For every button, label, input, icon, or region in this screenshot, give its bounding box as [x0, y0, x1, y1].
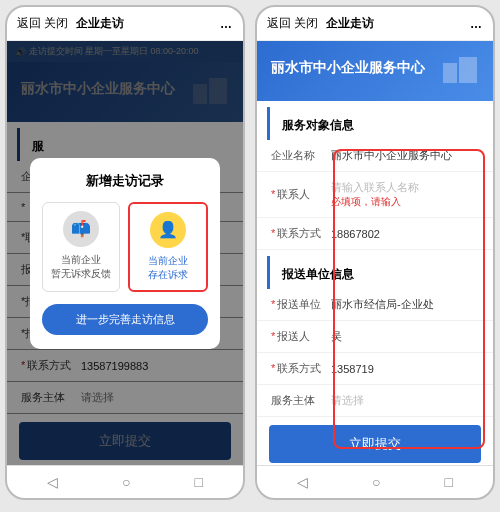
mailbox-icon: 📫	[63, 211, 99, 247]
add-visit-modal: 新增走访记录 📫 当前企业暂无诉求反馈 👤 当前企业存在诉求 进一步完善走访信息	[30, 158, 220, 349]
modal-continue-button[interactable]: 进一步完善走访信息	[42, 304, 208, 335]
submit-button[interactable]: 立即提交	[269, 425, 481, 463]
report-phone-row[interactable]: *联系方式 1358719	[257, 353, 493, 385]
company-name-row: 企业名称 丽水市中小企业服务中心	[257, 140, 493, 172]
nav-recent-icon[interactable]: □	[445, 474, 453, 490]
nav-back-icon[interactable]: ◁	[47, 474, 58, 490]
svg-rect-2	[443, 63, 457, 83]
svg-rect-3	[459, 57, 477, 83]
back-button[interactable]: 返回 关闭	[17, 15, 68, 32]
navbar: ◁ ○ □	[7, 465, 243, 498]
service-body-row[interactable]: 服务主体 请选择	[257, 385, 493, 417]
nav-recent-icon[interactable]: □	[195, 474, 203, 490]
report-person-row[interactable]: *报送人 吴	[257, 321, 493, 353]
more-icon[interactable]: …	[220, 17, 233, 31]
nav-back-icon[interactable]: ◁	[297, 474, 308, 490]
hero-banner: 丽水市中小企业服务中心	[257, 41, 493, 101]
more-icon[interactable]: …	[470, 17, 483, 31]
card-has-demand[interactable]: 👤 当前企业存在诉求	[128, 202, 208, 292]
card-no-demand[interactable]: 📫 当前企业暂无诉求反馈	[42, 202, 120, 292]
modal-title: 新增走访记录	[42, 172, 208, 190]
building-icon	[441, 55, 481, 85]
contact-phone-row[interactable]: *联系方式 18867802	[257, 218, 493, 250]
page-title: 企业走访	[326, 15, 470, 32]
contact-person-row[interactable]: *联系人 请输入联系人名称必填项，请输入	[257, 172, 493, 218]
report-unit-row[interactable]: *报送单位 丽水市经信局-企业处	[257, 289, 493, 321]
page-title: 企业走访	[76, 15, 220, 32]
header: 返回 关闭 企业走访 …	[257, 7, 493, 41]
header: 返回 关闭 企业走访 …	[7, 7, 243, 41]
section-service-target: 服务对象信息	[267, 107, 493, 140]
navbar: ◁ ○ □	[257, 465, 493, 498]
person-icon: 👤	[150, 212, 186, 248]
nav-home-icon[interactable]: ○	[122, 474, 130, 490]
section-report-unit: 报送单位信息	[267, 256, 493, 289]
nav-home-icon[interactable]: ○	[372, 474, 380, 490]
back-button[interactable]: 返回 关闭	[267, 15, 318, 32]
modal-overlay[interactable]: 新增走访记录 📫 当前企业暂无诉求反馈 👤 当前企业存在诉求 进一步完善走访信息	[7, 41, 243, 465]
